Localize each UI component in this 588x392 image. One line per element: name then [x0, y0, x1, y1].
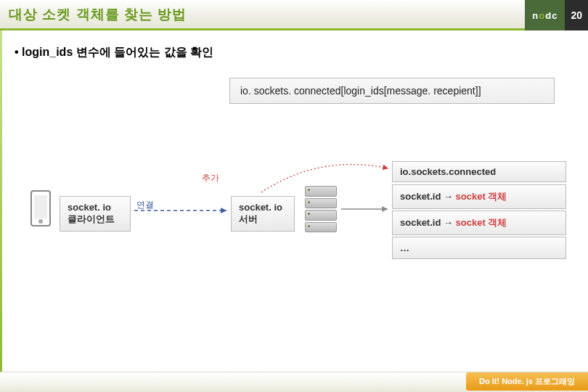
server-unit [305, 186, 337, 197]
map2-arrow: → [444, 217, 453, 228]
node-logo: nodc [525, 0, 565, 30]
map-row-1: socket.id → socket 객체 [392, 184, 566, 209]
server-line2: 서버 [239, 213, 287, 226]
footer-badge: Do it! Node. js 프로그래밍 [466, 372, 588, 391]
logo-text-o: o [539, 10, 545, 21]
page-number: 20 [565, 0, 588, 30]
logo-text-n: n [532, 10, 539, 21]
map1-key: socket.id [400, 191, 441, 202]
map1-arrow: → [444, 191, 453, 202]
map2-val: socket 객체 [456, 217, 507, 228]
map2-key: socket.id [400, 217, 441, 228]
server-rack-icon [305, 186, 337, 232]
slide-header: 대상 소켓 객체를 찾는 방법 nodc 20 [0, 0, 588, 30]
socket-diagram: 추가 연결 socket. io 클라이언트 socket. io 서버 io.… [15, 139, 573, 299]
map-row-ellipsis: … [392, 237, 566, 259]
map-row-2: socket.id → socket 객체 [392, 211, 566, 235]
client-line1: socket. io [68, 202, 123, 213]
code-snippet: io. sockets. connected[login_ids[message… [229, 78, 555, 104]
slide-footer: Do it! Node. js 프로그래밍 [0, 372, 588, 392]
slide-content: • login_ids 변수에 들어있는 값을 확인 io. sockets. … [0, 30, 588, 60]
label-connect: 연결 [136, 199, 154, 211]
left-accent-bar [0, 30, 2, 392]
server-line1: socket. io [239, 202, 287, 213]
map1-val: socket 객체 [456, 191, 507, 202]
client-box: socket. io 클라이언트 [60, 196, 131, 232]
server-unit [305, 198, 337, 209]
bullet-point: • login_ids 변수에 들어있는 값을 확인 [15, 45, 573, 60]
slide-title: 대상 소켓 객체를 찾는 방법 [9, 5, 187, 24]
server-box: socket. io 서버 [231, 196, 295, 232]
server-unit [305, 210, 337, 221]
phone-icon [30, 190, 51, 226]
header-right: nodc 20 [525, 0, 588, 30]
client-line2: 클라이언트 [68, 213, 123, 226]
connected-header: io.sockets.connected [392, 161, 566, 182]
label-add: 추가 [202, 172, 219, 184]
logo-text-rest: dc [545, 10, 558, 21]
server-unit [305, 222, 337, 233]
